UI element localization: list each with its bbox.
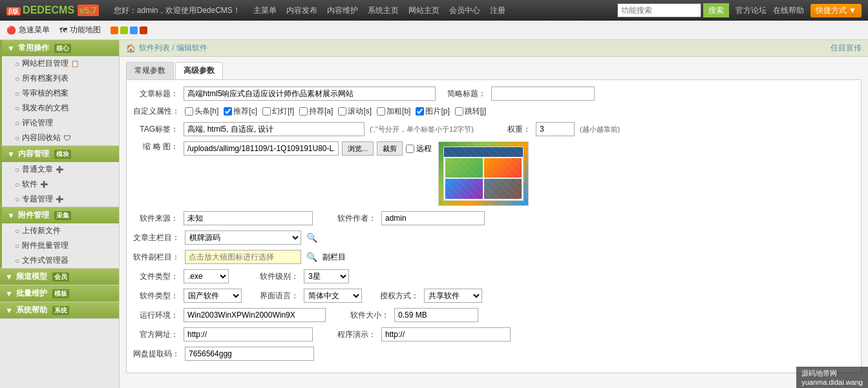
checkbox-p[interactable] <box>416 107 424 116</box>
interface-lang-select[interactable]: 简体中文 <box>304 289 362 303</box>
website-input[interactable] <box>184 327 313 342</box>
thumb-input-group: 浏览... 裁剪 远程 <box>184 141 432 156</box>
remote-checkbox-input[interactable] <box>406 145 414 153</box>
search-sub-cat-icon[interactable]: 🔍 <box>306 252 317 262</box>
sidebar: ▼ 常用操作 核心 ○ 网站栏目管理 📋 ○ 所有档案列表 ○ 等审核的档案 ○… <box>0 40 120 388</box>
cb-item-j[interactable]: 跳转[j] <box>455 106 486 117</box>
sidebar-section-attachment-header[interactable]: ▼ 附件管理 采集 <box>2 207 119 223</box>
quick-mode-button[interactable]: 快捷方式 ▼ <box>810 4 862 17</box>
bullet-icon: ○ <box>15 165 19 174</box>
demo-input[interactable] <box>381 327 511 342</box>
cb-item-h[interactable]: 头条[h] <box>185 106 218 117</box>
license-select[interactable]: 共享软件 <box>424 289 482 303</box>
sub-cat-input[interactable] <box>185 250 301 264</box>
nav-content-maintain[interactable]: 内容维护 <box>327 5 358 16</box>
sidebar-item-software[interactable]: ○ 软件 ➕ <box>2 177 119 192</box>
nav-website-home[interactable]: 网站主页 <box>408 5 439 16</box>
help-link[interactable]: 在线帮助 <box>773 5 804 16</box>
sidebar-item-comments[interactable]: ○ 评论管理 <box>2 116 119 130</box>
demo-label: 程序演示： <box>331 329 376 340</box>
sidebar-section-channel-header[interactable]: ▼ 频道模型 会员 <box>0 269 119 285</box>
add-icon-special: ➕ <box>56 196 63 203</box>
checkbox-f[interactable] <box>262 107 271 116</box>
color-dot-4[interactable] <box>140 26 147 34</box>
checkbox-b[interactable] <box>377 107 385 116</box>
checkbox-s[interactable] <box>338 107 346 116</box>
thumb-path-input[interactable] <box>184 141 339 156</box>
size-label: 软件大小： <box>344 310 389 321</box>
top-bar: β版DEDECMS v5.7 您好：admin，欢迎使用DedeCMS！ 主菜单… <box>0 0 868 21</box>
checkbox-h[interactable] <box>185 107 193 116</box>
weight-input[interactable] <box>536 122 575 136</box>
software-type-select[interactable]: 国产软件 <box>184 289 242 303</box>
forum-link[interactable]: 官方论坛 <box>736 5 767 16</box>
toolbar-function-map[interactable]: 🗺 功能地图 <box>59 25 101 36</box>
main-cat-select[interactable]: 棋牌源码 <box>185 230 301 245</box>
map-icon: 🗺 <box>59 26 67 35</box>
sidebar-item-file-manager[interactable]: ○ 文件式管理器 <box>2 253 119 268</box>
cb-item-c[interactable]: 推荐[c] <box>224 106 257 117</box>
color-dot-1[interactable] <box>111 26 118 34</box>
nav-register[interactable]: 注册 <box>490 5 505 16</box>
toolbar-quick-menu[interactable]: 🔴 急速菜单 <box>6 25 50 36</box>
sidebar-section-help-header[interactable]: ▼ 系统帮助 系统 <box>0 302 119 318</box>
nav-system-home[interactable]: 系统主页 <box>368 5 399 16</box>
sidebar-item-my-docs[interactable]: ○ 我发布的文档 <box>2 101 119 116</box>
search-button[interactable]: 搜索 <box>703 3 729 17</box>
cb-item-a[interactable]: 持荐[a] <box>299 106 333 117</box>
nav-member-center[interactable]: 会员中心 <box>449 5 480 16</box>
runtime-input[interactable] <box>184 308 326 322</box>
search-cat-icon[interactable]: 🔍 <box>306 232 317 243</box>
sidebar-item-pending[interactable]: ○ 等审核的档案 <box>2 86 119 101</box>
thumb-card-1 <box>445 158 483 178</box>
sidebar-section-content: ▼ 内容管理 模块 ○ 普通文章 ➕ ○ 软件 ➕ ○ 专题管理 ➕ <box>0 146 119 207</box>
sidebar-section-help-label: 系统帮助 <box>16 305 47 316</box>
nav-content-publish[interactable]: 内容发布 <box>286 5 317 16</box>
tag-hint: (',''号分开，单个标签小于12字节) <box>370 125 474 134</box>
file-type-select[interactable]: .exe <box>184 269 229 283</box>
short-title-input[interactable] <box>491 87 595 101</box>
checkbox-a[interactable] <box>299 107 308 116</box>
thumb-site-body <box>444 157 523 199</box>
software-author-input[interactable] <box>381 211 485 225</box>
tab-normal-params[interactable]: 常规参数 <box>126 62 174 79</box>
software-level-select[interactable]: 3星 <box>304 269 349 283</box>
article-title-input[interactable] <box>184 87 436 101</box>
breadcrumb-action[interactable]: 任目宣传 <box>831 43 862 54</box>
custom-attr-row: 自定义属性： 头条[h] 推荐[c] 幻灯[f] 持荐[a] <box>133 106 854 117</box>
crop-button[interactable]: 裁剪 <box>377 141 403 156</box>
form-tabs: 常规参数 高级参数 <box>126 62 862 79</box>
cb-item-b[interactable]: 加粗[b] <box>377 106 410 117</box>
color-dot-3[interactable] <box>130 26 138 34</box>
sidebar-item-recycle[interactable]: ○ 内容回收站 🛡 <box>2 130 119 145</box>
remote-checkbox[interactable]: 远程 <box>406 143 432 154</box>
sidebar-section-common-header[interactable]: ▼ 常用操作 核心 <box>2 40 119 56</box>
nav-main-menu[interactable]: 主菜单 <box>253 5 277 16</box>
cb-item-f[interactable]: 幻灯[f] <box>262 106 294 117</box>
browse-button[interactable]: 浏览... <box>342 141 374 156</box>
size-input[interactable] <box>394 308 478 322</box>
thumb-label: 缩 略 图： <box>133 141 178 152</box>
thumbnail-row: 缩 略 图： 浏览... 裁剪 远程 <box>133 141 854 206</box>
checkbox-j[interactable] <box>455 107 463 116</box>
sidebar-section-content-header[interactable]: ▼ 内容管理 模块 <box>2 146 119 162</box>
color-dot-2[interactable] <box>120 26 128 34</box>
sidebar-item-batch-manage[interactable]: ○ 附件批量管理 <box>2 238 119 253</box>
sidebar-section-template-tag: 模板 <box>52 289 69 298</box>
download-code-input[interactable] <box>185 347 314 361</box>
cb-item-p[interactable]: 图片[p] <box>416 106 449 117</box>
tag-input[interactable] <box>184 122 365 136</box>
sidebar-item-article[interactable]: ○ 普通文章 ➕ <box>2 162 119 177</box>
search-input[interactable] <box>617 3 701 17</box>
breadcrumb-link[interactable]: 软件列表 / 编辑软件 <box>139 43 207 54</box>
sidebar-item-site-column[interactable]: ○ 网站栏目管理 📋 <box>2 56 119 71</box>
sidebar-item-all-archives[interactable]: ○ 所有档案列表 <box>2 71 119 86</box>
sidebar-item-upload[interactable]: ○ 上传新文件 <box>2 223 119 238</box>
software-source-input[interactable] <box>184 211 313 225</box>
sidebar-item-special[interactable]: ○ 专题管理 ➕ <box>2 192 119 207</box>
checkbox-c[interactable] <box>224 107 232 116</box>
cb-item-s[interactable]: 滚动[s] <box>338 106 372 117</box>
thumb-card-3 <box>445 179 483 198</box>
tab-advanced-params[interactable]: 高级参数 <box>175 62 223 79</box>
sidebar-section-batch-header[interactable]: ▼ 批量维护 模板 <box>0 285 119 301</box>
